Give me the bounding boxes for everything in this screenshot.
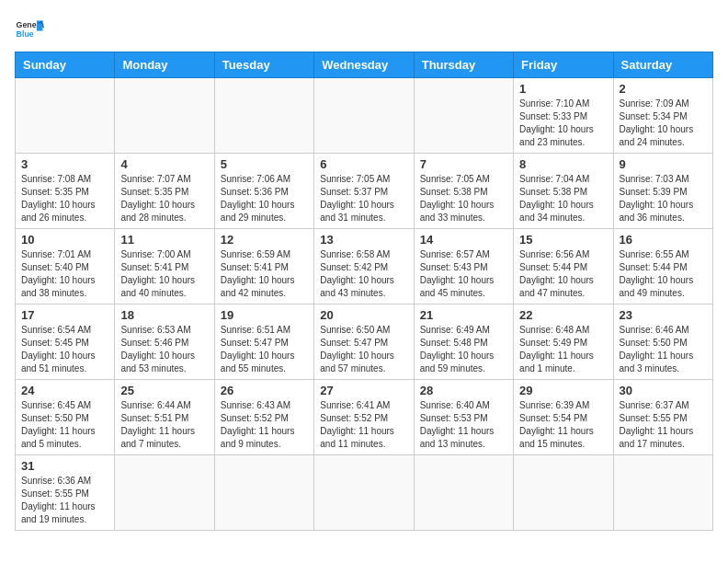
day-number: 2	[620, 82, 707, 96]
day-info: Sunrise: 6:57 AM Sunset: 5:43 PM Dayligh…	[420, 248, 507, 300]
calendar-day-cell: 29Sunrise: 6:39 AM Sunset: 5:54 PM Dayli…	[514, 380, 613, 455]
calendar-day-cell: 23Sunrise: 6:46 AM Sunset: 5:50 PM Dayli…	[613, 304, 712, 380]
day-number: 17	[21, 308, 108, 322]
day-info: Sunrise: 6:53 AM Sunset: 5:46 PM Dayligh…	[120, 324, 208, 375]
day-number: 16	[620, 233, 707, 247]
day-info: Sunrise: 6:58 AM Sunset: 5:42 PM Dayligh…	[320, 248, 407, 300]
day-info: Sunrise: 6:56 AM Sunset: 5:44 PM Dayligh…	[519, 248, 607, 300]
day-info: Sunrise: 6:45 AM Sunset: 5:50 PM Dayligh…	[21, 399, 108, 451]
day-info: Sunrise: 7:05 AM Sunset: 5:38 PM Dayligh…	[420, 173, 507, 224]
calendar-day-cell	[214, 78, 313, 154]
day-info: Sunrise: 6:36 AM Sunset: 5:55 PM Dayligh…	[21, 475, 108, 526]
calendar-day-cell	[214, 455, 313, 531]
header-friday: Friday	[514, 52, 613, 78]
calendar-week-row: 10Sunrise: 7:01 AM Sunset: 5:40 PM Dayli…	[16, 229, 713, 304]
calendar-day-cell	[514, 455, 613, 531]
day-number: 18	[120, 308, 208, 322]
calendar-day-cell: 27Sunrise: 6:41 AM Sunset: 5:52 PM Dayli…	[314, 380, 414, 455]
day-info: Sunrise: 6:49 AM Sunset: 5:48 PM Dayligh…	[420, 324, 507, 375]
generalblue-logo-icon: General Blue	[15, 15, 44, 44]
calendar-week-row: 17Sunrise: 6:54 AM Sunset: 5:45 PM Dayli…	[16, 304, 713, 380]
calendar-day-cell	[314, 78, 414, 154]
day-info: Sunrise: 6:55 AM Sunset: 5:44 PM Dayligh…	[620, 248, 707, 300]
calendar-day-cell	[16, 78, 115, 154]
day-info: Sunrise: 6:39 AM Sunset: 5:54 PM Dayligh…	[519, 399, 607, 451]
day-info: Sunrise: 7:01 AM Sunset: 5:40 PM Dayligh…	[21, 248, 108, 300]
calendar-day-cell: 7Sunrise: 7:05 AM Sunset: 5:38 PM Daylig…	[414, 154, 513, 229]
day-number: 6	[320, 157, 407, 171]
day-number: 10	[21, 233, 108, 247]
day-info: Sunrise: 6:46 AM Sunset: 5:50 PM Dayligh…	[620, 324, 707, 375]
calendar-day-cell	[115, 455, 214, 531]
calendar-day-cell: 14Sunrise: 6:57 AM Sunset: 5:43 PM Dayli…	[414, 229, 513, 304]
day-info: Sunrise: 6:41 AM Sunset: 5:52 PM Dayligh…	[320, 399, 407, 451]
calendar-table: Sunday Monday Tuesday Wednesday Thursday…	[15, 52, 713, 531]
header-tuesday: Tuesday	[214, 52, 313, 78]
calendar-day-cell: 10Sunrise: 7:01 AM Sunset: 5:40 PM Dayli…	[16, 229, 115, 304]
header: General Blue	[15, 15, 713, 44]
calendar-week-row: 24Sunrise: 6:45 AM Sunset: 5:50 PM Dayli…	[16, 380, 713, 455]
day-info: Sunrise: 6:48 AM Sunset: 5:49 PM Dayligh…	[519, 324, 607, 375]
calendar-day-cell: 11Sunrise: 7:00 AM Sunset: 5:41 PM Dayli…	[115, 229, 214, 304]
header-monday: Monday	[115, 52, 214, 78]
day-number: 7	[420, 157, 507, 171]
header-thursday: Thursday	[414, 52, 513, 78]
day-number: 30	[620, 384, 707, 397]
day-number: 28	[420, 384, 507, 397]
day-number: 21	[420, 308, 507, 322]
day-info: Sunrise: 7:07 AM Sunset: 5:35 PM Dayligh…	[120, 173, 208, 224]
calendar-day-cell	[414, 78, 513, 154]
day-info: Sunrise: 6:43 AM Sunset: 5:52 PM Dayligh…	[221, 399, 308, 451]
calendar-day-cell: 9Sunrise: 7:03 AM Sunset: 5:39 PM Daylig…	[613, 154, 712, 229]
day-info: Sunrise: 6:54 AM Sunset: 5:45 PM Dayligh…	[21, 324, 108, 375]
day-info: Sunrise: 7:05 AM Sunset: 5:37 PM Dayligh…	[320, 173, 407, 224]
day-number: 4	[120, 157, 208, 171]
calendar-day-cell: 15Sunrise: 6:56 AM Sunset: 5:44 PM Dayli…	[514, 229, 613, 304]
day-number: 31	[21, 459, 108, 473]
day-info: Sunrise: 7:08 AM Sunset: 5:35 PM Dayligh…	[21, 173, 108, 224]
day-info: Sunrise: 6:37 AM Sunset: 5:55 PM Dayligh…	[620, 399, 707, 451]
day-number: 11	[120, 233, 208, 247]
day-info: Sunrise: 6:51 AM Sunset: 5:47 PM Dayligh…	[221, 324, 308, 375]
day-number: 9	[620, 157, 707, 171]
day-number: 15	[519, 233, 607, 247]
day-number: 25	[120, 384, 208, 397]
calendar-week-row: 3Sunrise: 7:08 AM Sunset: 5:35 PM Daylig…	[16, 154, 713, 229]
day-info: Sunrise: 7:04 AM Sunset: 5:38 PM Dayligh…	[519, 173, 607, 224]
day-info: Sunrise: 7:00 AM Sunset: 5:41 PM Dayligh…	[120, 248, 208, 300]
logo: General Blue	[15, 15, 50, 44]
calendar-day-cell: 2Sunrise: 7:09 AM Sunset: 5:34 PM Daylig…	[613, 78, 712, 154]
calendar-day-cell: 22Sunrise: 6:48 AM Sunset: 5:49 PM Dayli…	[514, 304, 613, 380]
day-number: 26	[221, 384, 308, 397]
calendar-day-cell: 26Sunrise: 6:43 AM Sunset: 5:52 PM Dayli…	[214, 380, 313, 455]
header-wednesday: Wednesday	[314, 52, 414, 78]
calendar-week-row: 1Sunrise: 7:10 AM Sunset: 5:33 PM Daylig…	[16, 78, 713, 154]
calendar-day-cell: 5Sunrise: 7:06 AM Sunset: 5:36 PM Daylig…	[214, 154, 313, 229]
day-number: 12	[221, 233, 308, 247]
calendar-day-cell: 6Sunrise: 7:05 AM Sunset: 5:37 PM Daylig…	[314, 154, 414, 229]
day-info: Sunrise: 7:09 AM Sunset: 5:34 PM Dayligh…	[620, 98, 707, 149]
day-number: 8	[519, 157, 607, 171]
calendar-day-cell: 21Sunrise: 6:49 AM Sunset: 5:48 PM Dayli…	[414, 304, 513, 380]
calendar-day-cell: 31Sunrise: 6:36 AM Sunset: 5:55 PM Dayli…	[16, 455, 115, 531]
svg-text:Blue: Blue	[17, 29, 34, 39]
day-info: Sunrise: 7:10 AM Sunset: 5:33 PM Dayligh…	[519, 98, 607, 149]
calendar-day-cell: 25Sunrise: 6:44 AM Sunset: 5:51 PM Dayli…	[115, 380, 214, 455]
header-saturday: Saturday	[613, 52, 712, 78]
calendar-day-cell	[613, 455, 712, 531]
calendar-day-cell	[115, 78, 214, 154]
day-number: 24	[21, 384, 108, 397]
day-number: 13	[320, 233, 407, 247]
calendar-day-cell: 24Sunrise: 6:45 AM Sunset: 5:50 PM Dayli…	[16, 380, 115, 455]
day-number: 1	[519, 82, 607, 96]
calendar-day-cell: 3Sunrise: 7:08 AM Sunset: 5:35 PM Daylig…	[16, 154, 115, 229]
calendar-day-cell: 30Sunrise: 6:37 AM Sunset: 5:55 PM Dayli…	[613, 380, 712, 455]
day-info: Sunrise: 6:50 AM Sunset: 5:47 PM Dayligh…	[320, 324, 407, 375]
day-number: 23	[620, 308, 707, 322]
calendar-day-cell	[414, 455, 513, 531]
calendar-day-cell: 12Sunrise: 6:59 AM Sunset: 5:41 PM Dayli…	[214, 229, 313, 304]
calendar-body: 1Sunrise: 7:10 AM Sunset: 5:33 PM Daylig…	[16, 78, 713, 531]
day-info: Sunrise: 6:59 AM Sunset: 5:41 PM Dayligh…	[221, 248, 308, 300]
weekday-header-row: Sunday Monday Tuesday Wednesday Thursday…	[16, 52, 713, 78]
calendar-day-cell: 16Sunrise: 6:55 AM Sunset: 5:44 PM Dayli…	[613, 229, 712, 304]
